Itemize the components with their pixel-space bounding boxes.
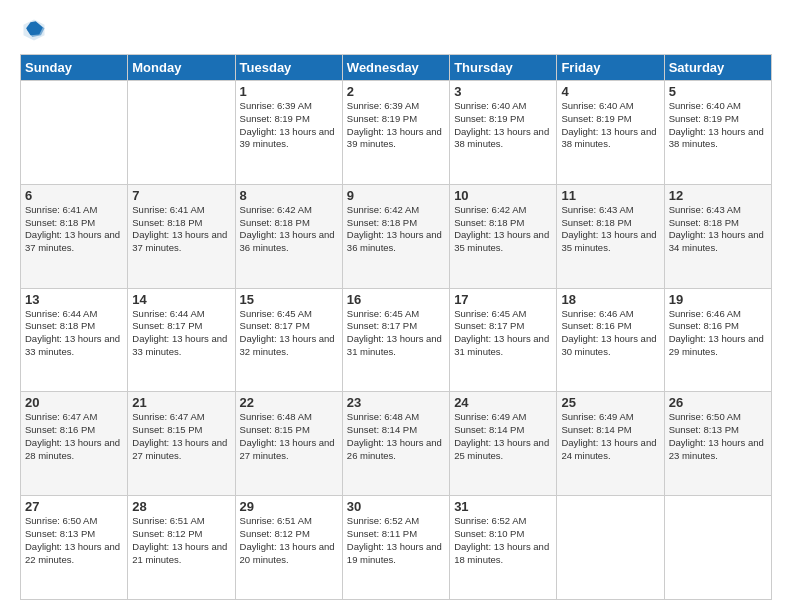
day-info: Sunrise: 6:39 AM Sunset: 8:19 PM Dayligh… [240, 100, 338, 151]
day-info: Sunrise: 6:40 AM Sunset: 8:19 PM Dayligh… [561, 100, 659, 151]
day-info: Sunrise: 6:40 AM Sunset: 8:19 PM Dayligh… [454, 100, 552, 151]
day-info: Sunrise: 6:42 AM Sunset: 8:18 PM Dayligh… [454, 204, 552, 255]
calendar-header-tuesday: Tuesday [235, 55, 342, 81]
day-number: 21 [132, 395, 230, 410]
calendar-week-row: 20Sunrise: 6:47 AM Sunset: 8:16 PM Dayli… [21, 392, 772, 496]
calendar-cell: 25Sunrise: 6:49 AM Sunset: 8:14 PM Dayli… [557, 392, 664, 496]
day-info: Sunrise: 6:46 AM Sunset: 8:16 PM Dayligh… [669, 308, 767, 359]
day-number: 8 [240, 188, 338, 203]
calendar-cell: 26Sunrise: 6:50 AM Sunset: 8:13 PM Dayli… [664, 392, 771, 496]
day-number: 11 [561, 188, 659, 203]
day-number: 31 [454, 499, 552, 514]
day-info: Sunrise: 6:48 AM Sunset: 8:15 PM Dayligh… [240, 411, 338, 462]
day-info: Sunrise: 6:43 AM Sunset: 8:18 PM Dayligh… [669, 204, 767, 255]
day-info: Sunrise: 6:42 AM Sunset: 8:18 PM Dayligh… [347, 204, 445, 255]
day-number: 10 [454, 188, 552, 203]
calendar-cell: 16Sunrise: 6:45 AM Sunset: 8:17 PM Dayli… [342, 288, 449, 392]
day-info: Sunrise: 6:47 AM Sunset: 8:16 PM Dayligh… [25, 411, 123, 462]
calendar-cell: 14Sunrise: 6:44 AM Sunset: 8:17 PM Dayli… [128, 288, 235, 392]
day-info: Sunrise: 6:52 AM Sunset: 8:10 PM Dayligh… [454, 515, 552, 566]
calendar-cell: 23Sunrise: 6:48 AM Sunset: 8:14 PM Dayli… [342, 392, 449, 496]
calendar-header-wednesday: Wednesday [342, 55, 449, 81]
day-number: 6 [25, 188, 123, 203]
day-number: 30 [347, 499, 445, 514]
day-info: Sunrise: 6:49 AM Sunset: 8:14 PM Dayligh… [454, 411, 552, 462]
calendar-header-monday: Monday [128, 55, 235, 81]
calendar-table: SundayMondayTuesdayWednesdayThursdayFrid… [20, 54, 772, 600]
calendar-header-thursday: Thursday [450, 55, 557, 81]
day-number: 4 [561, 84, 659, 99]
day-number: 18 [561, 292, 659, 307]
day-number: 13 [25, 292, 123, 307]
day-number: 19 [669, 292, 767, 307]
day-info: Sunrise: 6:48 AM Sunset: 8:14 PM Dayligh… [347, 411, 445, 462]
calendar-cell: 19Sunrise: 6:46 AM Sunset: 8:16 PM Dayli… [664, 288, 771, 392]
calendar-cell: 22Sunrise: 6:48 AM Sunset: 8:15 PM Dayli… [235, 392, 342, 496]
calendar-header-saturday: Saturday [664, 55, 771, 81]
day-number: 26 [669, 395, 767, 410]
day-info: Sunrise: 6:50 AM Sunset: 8:13 PM Dayligh… [25, 515, 123, 566]
calendar-week-row: 27Sunrise: 6:50 AM Sunset: 8:13 PM Dayli… [21, 496, 772, 600]
day-number: 24 [454, 395, 552, 410]
day-number: 28 [132, 499, 230, 514]
day-info: Sunrise: 6:45 AM Sunset: 8:17 PM Dayligh… [454, 308, 552, 359]
day-number: 23 [347, 395, 445, 410]
calendar-cell: 15Sunrise: 6:45 AM Sunset: 8:17 PM Dayli… [235, 288, 342, 392]
day-number: 14 [132, 292, 230, 307]
calendar-cell [128, 81, 235, 185]
calendar-cell: 5Sunrise: 6:40 AM Sunset: 8:19 PM Daylig… [664, 81, 771, 185]
calendar-cell: 8Sunrise: 6:42 AM Sunset: 8:18 PM Daylig… [235, 184, 342, 288]
calendar-cell: 13Sunrise: 6:44 AM Sunset: 8:18 PM Dayli… [21, 288, 128, 392]
day-info: Sunrise: 6:46 AM Sunset: 8:16 PM Dayligh… [561, 308, 659, 359]
calendar-cell: 30Sunrise: 6:52 AM Sunset: 8:11 PM Dayli… [342, 496, 449, 600]
calendar-cell: 2Sunrise: 6:39 AM Sunset: 8:19 PM Daylig… [342, 81, 449, 185]
day-info: Sunrise: 6:40 AM Sunset: 8:19 PM Dayligh… [669, 100, 767, 151]
calendar-cell: 4Sunrise: 6:40 AM Sunset: 8:19 PM Daylig… [557, 81, 664, 185]
day-info: Sunrise: 6:41 AM Sunset: 8:18 PM Dayligh… [25, 204, 123, 255]
day-number: 15 [240, 292, 338, 307]
day-info: Sunrise: 6:47 AM Sunset: 8:15 PM Dayligh… [132, 411, 230, 462]
day-number: 22 [240, 395, 338, 410]
header [20, 16, 772, 44]
calendar-cell: 10Sunrise: 6:42 AM Sunset: 8:18 PM Dayli… [450, 184, 557, 288]
logo [20, 16, 52, 44]
calendar-cell: 12Sunrise: 6:43 AM Sunset: 8:18 PM Dayli… [664, 184, 771, 288]
calendar-header-row: SundayMondayTuesdayWednesdayThursdayFrid… [21, 55, 772, 81]
day-number: 7 [132, 188, 230, 203]
calendar-cell: 7Sunrise: 6:41 AM Sunset: 8:18 PM Daylig… [128, 184, 235, 288]
calendar-header-friday: Friday [557, 55, 664, 81]
day-number: 3 [454, 84, 552, 99]
day-number: 12 [669, 188, 767, 203]
day-number: 9 [347, 188, 445, 203]
calendar-cell: 21Sunrise: 6:47 AM Sunset: 8:15 PM Dayli… [128, 392, 235, 496]
day-number: 29 [240, 499, 338, 514]
day-info: Sunrise: 6:45 AM Sunset: 8:17 PM Dayligh… [347, 308, 445, 359]
calendar-week-row: 6Sunrise: 6:41 AM Sunset: 8:18 PM Daylig… [21, 184, 772, 288]
calendar-week-row: 1Sunrise: 6:39 AM Sunset: 8:19 PM Daylig… [21, 81, 772, 185]
calendar-cell [664, 496, 771, 600]
calendar-cell: 31Sunrise: 6:52 AM Sunset: 8:10 PM Dayli… [450, 496, 557, 600]
day-number: 27 [25, 499, 123, 514]
day-number: 16 [347, 292, 445, 307]
calendar-cell: 11Sunrise: 6:43 AM Sunset: 8:18 PM Dayli… [557, 184, 664, 288]
calendar-cell: 17Sunrise: 6:45 AM Sunset: 8:17 PM Dayli… [450, 288, 557, 392]
day-info: Sunrise: 6:51 AM Sunset: 8:12 PM Dayligh… [132, 515, 230, 566]
day-info: Sunrise: 6:45 AM Sunset: 8:17 PM Dayligh… [240, 308, 338, 359]
day-info: Sunrise: 6:49 AM Sunset: 8:14 PM Dayligh… [561, 411, 659, 462]
calendar-cell: 6Sunrise: 6:41 AM Sunset: 8:18 PM Daylig… [21, 184, 128, 288]
logo-icon [20, 16, 48, 44]
calendar-cell: 1Sunrise: 6:39 AM Sunset: 8:19 PM Daylig… [235, 81, 342, 185]
day-number: 1 [240, 84, 338, 99]
day-info: Sunrise: 6:50 AM Sunset: 8:13 PM Dayligh… [669, 411, 767, 462]
day-info: Sunrise: 6:43 AM Sunset: 8:18 PM Dayligh… [561, 204, 659, 255]
calendar-cell [21, 81, 128, 185]
day-info: Sunrise: 6:42 AM Sunset: 8:18 PM Dayligh… [240, 204, 338, 255]
day-number: 5 [669, 84, 767, 99]
day-info: Sunrise: 6:39 AM Sunset: 8:19 PM Dayligh… [347, 100, 445, 151]
day-info: Sunrise: 6:41 AM Sunset: 8:18 PM Dayligh… [132, 204, 230, 255]
day-info: Sunrise: 6:44 AM Sunset: 8:18 PM Dayligh… [25, 308, 123, 359]
calendar-cell: 18Sunrise: 6:46 AM Sunset: 8:16 PM Dayli… [557, 288, 664, 392]
calendar-cell: 3Sunrise: 6:40 AM Sunset: 8:19 PM Daylig… [450, 81, 557, 185]
calendar-header-sunday: Sunday [21, 55, 128, 81]
day-info: Sunrise: 6:44 AM Sunset: 8:17 PM Dayligh… [132, 308, 230, 359]
